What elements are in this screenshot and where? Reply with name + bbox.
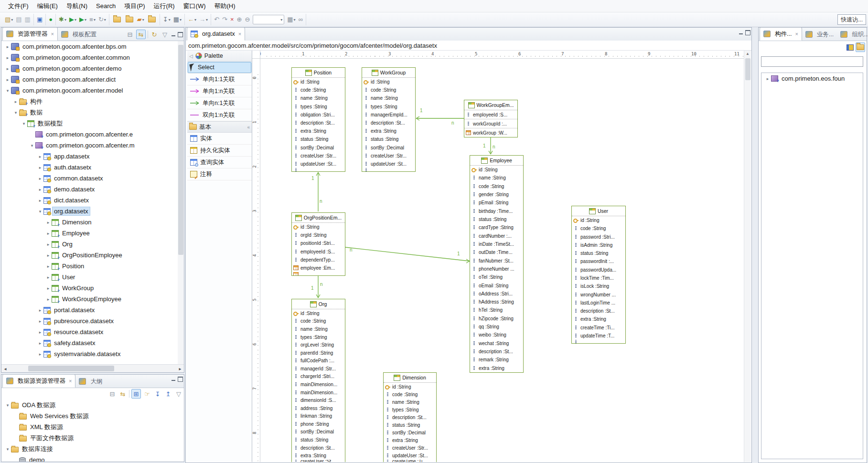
- entity-field[interactable]: [292, 272, 345, 275]
- entity-field[interactable]: phoneNumber ...: [470, 265, 523, 273]
- expand-arrow-icon[interactable]: ▸: [37, 308, 43, 313]
- palette-tool-持久化实体[interactable]: 持久化实体: [187, 145, 252, 157]
- entity-field[interactable]: sortBy :Decimal: [362, 144, 415, 152]
- expand-arrow-icon[interactable]: ▸: [37, 341, 43, 346]
- entity-field[interactable]: hTel :String: [470, 306, 523, 314]
- entity-field[interactable]: name :String: [470, 174, 523, 182]
- entity-field[interactable]: status :String: [572, 249, 625, 257]
- import-config-icon[interactable]: ↧: [153, 389, 162, 398]
- entity-field[interactable]: createUser :St...: [292, 460, 345, 462]
- entity-field[interactable]: description :St...: [362, 119, 415, 127]
- explorer-item-org-datasetx[interactable]: ▾org.datasetx: [1, 206, 177, 217]
- entity-field[interactable]: createUser :Str...: [362, 152, 415, 160]
- entity-field[interactable]: phone :String: [292, 420, 345, 428]
- menu-item[interactable]: 编辑(E): [33, 0, 62, 12]
- entity-field[interactable]: oAddress :Stri...: [470, 290, 523, 298]
- explorer-hscrollbar[interactable]: ◂ ▸: [1, 364, 184, 372]
- maximize-icon[interactable]: [178, 32, 183, 37]
- expand-arrow-icon[interactable]: ▾: [29, 143, 35, 148]
- entity-field[interactable]: cardNumber :...: [470, 232, 523, 240]
- expand-arrow-icon[interactable]: ▸: [764, 76, 771, 81]
- close-icon[interactable]: ×: [795, 31, 798, 37]
- redo-button[interactable]: ↷: [221, 14, 228, 25]
- entity-field[interactable]: sortBy :Decimal: [292, 144, 345, 152]
- diagram-canvas[interactable]: Positionid :Stringcode :Stringname :Stri…: [260, 59, 744, 462]
- palette-tool-双向1:n关联[interactable]: 双向1:n关联: [187, 109, 252, 121]
- open-resource-button[interactable]: [124, 14, 135, 25]
- entity-field[interactable]: employee :Em...: [292, 264, 345, 272]
- expand-arrow-icon[interactable]: ▸: [12, 99, 19, 104]
- debug-button[interactable]: ✱▾: [58, 14, 67, 25]
- menu-item[interactable]: 窗口(W): [179, 0, 210, 12]
- palette-tool-查询实体[interactable]: 查询实体: [187, 157, 252, 168]
- entity-field[interactable]: password :Stri...: [572, 233, 625, 241]
- expand-arrow-icon[interactable]: ▸: [4, 55, 11, 60]
- expand-arrow-icon[interactable]: ▾: [21, 121, 27, 126]
- entity-field[interactable]: extra :String: [292, 452, 345, 460]
- expand-arrow-icon[interactable]: ▾: [4, 403, 11, 408]
- entity-Position[interactable]: Positionid :Stringcode :Stringname :Stri…: [291, 67, 345, 172]
- entity-field[interactable]: name :String: [384, 398, 436, 406]
- collapse-all-icon[interactable]: ⊟: [108, 389, 117, 398]
- expand-arrow-icon[interactable]: ▸: [37, 198, 43, 203]
- component-item-com-primeton-eos-foun[interactable]: ▸com.primeton.eos.foun: [761, 73, 863, 84]
- menu-item[interactable]: 运行(R): [150, 0, 179, 12]
- open-console-button[interactable]: ▣: [36, 14, 43, 25]
- entity-field[interactable]: passwordInit :...: [572, 257, 625, 265]
- entity-field[interactable]: weibo :String: [470, 331, 523, 339]
- show-view-button[interactable]: ▦▾: [172, 14, 182, 25]
- expand-arrow-icon[interactable]: ▸: [4, 66, 11, 71]
- zoom-in-button[interactable]: ⊕: [236, 14, 243, 25]
- explorer-item-resource-datasetx[interactable]: ▸resource.datasetx: [1, 326, 177, 337]
- datasource-tab-数据源资源管理器[interactable]: 数据源资源管理器×: [2, 374, 75, 388]
- entity-field[interactable]: dimensionId :S...: [292, 396, 345, 404]
- entity-field[interactable]: [292, 168, 345, 171]
- entity-header[interactable]: Org: [292, 299, 345, 309]
- expand-arrow-icon[interactable]: ▸: [45, 231, 52, 236]
- palette-tool-select[interactable]: Select: [187, 62, 252, 74]
- entity-field[interactable]: types :String: [362, 103, 415, 111]
- explorer-item-WorkGroupEmployee[interactable]: ▸WorkGroupEmployee: [1, 294, 177, 305]
- explorer-item-com-primeton-gocom-afcenter-m[interactable]: ▾com.primeton.gocom.afcenter.m: [1, 140, 177, 151]
- right-tab-构件[interactable]: 构件...×: [760, 27, 802, 41]
- entity-field[interactable]: createTime :Ti...: [384, 460, 436, 462]
- explorer-item-auth-datasetx[interactable]: ▸auth.datasetx: [1, 162, 177, 173]
- expand-arrow-icon[interactable]: ▸: [45, 242, 52, 247]
- entity-field[interactable]: pEmail :String: [470, 199, 523, 207]
- entity-field[interactable]: code :String: [572, 224, 625, 232]
- entity-field[interactable]: [572, 340, 625, 343]
- expand-arrow-icon[interactable]: ▸: [4, 77, 11, 82]
- forward-button[interactable]: →▾: [198, 14, 209, 25]
- expand-arrow-icon[interactable]: ▸: [37, 154, 43, 159]
- expand-arrow-icon[interactable]: ▾: [37, 209, 43, 214]
- editor-vscrollbar[interactable]: ▲: [744, 51, 751, 462]
- entity-header[interactable]: Position: [292, 68, 345, 78]
- palette-tool-单向n:1关联[interactable]: 单向n:1关联: [187, 97, 252, 109]
- explorer-item-demo-datasetx[interactable]: ▸demo.datasetx: [1, 184, 177, 195]
- expand-arrow-icon[interactable]: ▸: [37, 330, 43, 335]
- bookmarks-button[interactable]: [146, 14, 158, 25]
- entity-field[interactable]: workGroup :W...: [464, 128, 517, 137]
- close-icon[interactable]: ×: [51, 31, 54, 37]
- start-eos-server-button[interactable]: ●: [48, 14, 54, 25]
- import-items-button[interactable]: ↧▾: [162, 14, 171, 25]
- refresh-icon[interactable]: ↻: [150, 30, 159, 39]
- entity-field[interactable]: name :String: [292, 94, 345, 102]
- entity-field[interactable]: extra :String: [470, 364, 523, 372]
- entity-Dimension[interactable]: Dimensionid :Stringcode :Stringname :Str…: [383, 372, 437, 462]
- explorer-item-User[interactable]: ▸User: [1, 272, 177, 283]
- datasource-item-平面文件数据源[interactable]: 平面文件数据源: [1, 432, 184, 443]
- entity-field[interactable]: oTel :String: [470, 273, 523, 281]
- entity-Org[interactable]: Orgid :Stringcode :Stringname :Stringtyp…: [291, 299, 345, 462]
- explorer-item-safety-datasetx[interactable]: ▸safety.datasetx: [1, 337, 177, 348]
- entity-field[interactable]: orgId :String: [292, 231, 345, 239]
- explorer-item-数据模型[interactable]: ▾数据模型: [1, 118, 177, 129]
- entity-field[interactable]: id :String: [292, 309, 345, 317]
- entity-field[interactable]: birthday :Time...: [470, 207, 523, 215]
- package-view-icon[interactable]: [856, 42, 865, 52]
- entity-field[interactable]: description :St...: [292, 444, 345, 452]
- entity-User[interactable]: Userid :Stringcode :Stringpassword :Stri…: [571, 206, 626, 344]
- palette-tool-单向1:1关联[interactable]: 单向1:1关联: [187, 74, 252, 85]
- expand-arrow-icon[interactable]: ▸: [45, 275, 52, 280]
- entity-WorkGroup[interactable]: WorkGroupid :Stringcode :Stringname :Str…: [362, 67, 416, 172]
